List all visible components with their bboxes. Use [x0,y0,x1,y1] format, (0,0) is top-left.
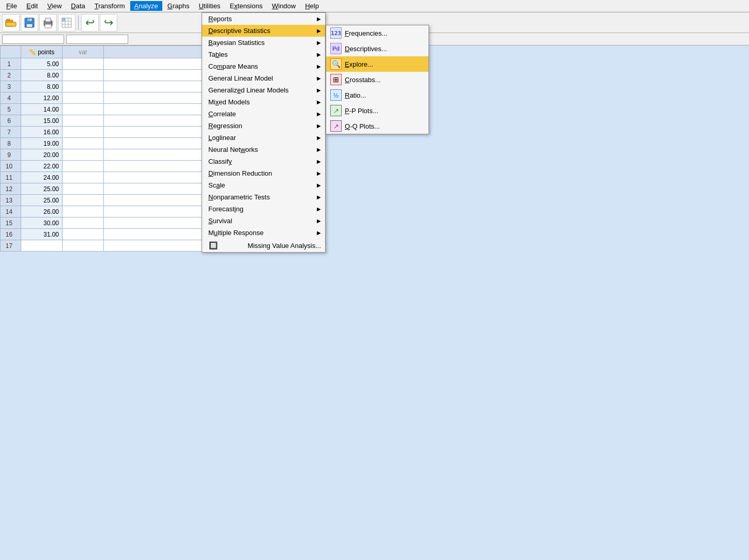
analyze-nonparametric-tests[interactable]: Nonparametric Tests ▶ [202,191,325,203]
analyze-forecasting-label: Forecasting [208,205,243,213]
analyze-compare-means[interactable]: Compare Means ▶ [202,60,325,72]
col-header-var[interactable]: var [63,46,104,58]
cell-points[interactable]: 20.00 [21,149,63,161]
cell-points[interactable]: 14.00 [21,104,63,115]
cell-points[interactable]: 5.00 [21,58,63,70]
row-number: 11 [1,172,21,183]
cell-points[interactable]: 8.00 [21,81,63,92]
analyze-dropdown: Reports ▶ Descriptive Statistics ▶ 123 F… [202,12,326,253]
cell-points[interactable]: 26.00 [21,206,63,217]
cell-var[interactable] [63,138,104,149]
analyze-mixed-models[interactable]: Mixed Models ▶ [202,96,325,108]
cell-var[interactable] [63,161,104,172]
cell-var[interactable] [63,70,104,81]
cell-points[interactable]: 24.00 [21,172,63,183]
cell-points[interactable]: 31.00 [21,229,63,240]
analyze-forecasting[interactable]: Forecasting ▶ [202,203,325,215]
menu-edit[interactable]: Edit [22,1,42,11]
menu-analyze[interactable]: Analyze [130,1,162,11]
row-header-col [1,46,21,58]
analyze-generalized-linear-models[interactable]: Generalized Linear Models ▶ [202,84,325,96]
analyze-dimension-reduction[interactable]: Dimension Reduction ▶ [202,167,325,179]
save-button[interactable] [21,14,38,32]
analyze-general-linear-label: General Linear Model [208,74,273,82]
menu-graphs[interactable]: Graphs [163,1,194,11]
cell-var[interactable] [63,206,104,217]
analyze-regression[interactable]: Regression ▶ [202,120,325,132]
analyze-descriptive-stats[interactable]: Descriptive Statistics ▶ 123 Frequencies… [202,25,325,37]
redo-button[interactable]: ↪ [100,14,117,32]
print-button[interactable] [39,14,57,32]
submenu-frequencies[interactable]: 123 Frequencies... [326,25,429,41]
cell-var[interactable] [63,104,104,115]
analyze-loglinear[interactable]: Loglinear ▶ [202,132,325,144]
analyze-scale-label: Scale [208,181,225,189]
analyze-multiple-response[interactable]: Multiple Response ▶ [202,227,325,239]
variable-value-input[interactable] [66,35,128,44]
menu-extensions[interactable]: Extensions [225,1,267,11]
qq-plots-label: Q-Q Plots... [345,122,380,130]
row-number: 2 [1,70,21,81]
analyze-reports[interactable]: Reports ▶ [202,13,325,25]
variable-name-input[interactable] [2,35,64,44]
analyze-neural-networks[interactable]: Neural Networks ▶ [202,144,325,155]
cell-points[interactable]: 16.00 [21,127,63,138]
analyze-survival-arrow: ▶ [317,218,321,224]
analyze-scale[interactable]: Scale ▶ [202,179,325,191]
menu-view[interactable]: View [43,1,66,11]
menu-transform[interactable]: Transform [90,1,129,11]
cell-points[interactable]: 30.00 [21,217,63,229]
missing-value-icon: 🔲 [208,241,218,250]
menu-window[interactable]: Window [268,1,300,11]
submenu-crosstabs[interactable]: ⊞ Crosstabs... [326,72,429,87]
cell-var[interactable] [63,183,104,195]
menu-help[interactable]: Help [301,1,323,11]
row-number: 17 [1,240,21,252]
submenu-explore[interactable]: 🔍 Explore... [326,56,429,72]
cell-points[interactable]: 8.00 [21,70,63,81]
analyze-tables[interactable]: Tables ▶ [202,49,325,60]
analyze-missing-value-analysis[interactable]: 🔲 Missing Value Analysis... [202,239,325,252]
cell-points[interactable]: 25.00 [21,183,63,195]
cell-var[interactable] [63,127,104,138]
menu-utilities[interactable]: Utilities [194,1,224,11]
analyze-bayesian-label: Bayesian Statistics [208,39,265,46]
cell-var[interactable] [63,92,104,104]
cell-points[interactable]: 25.00 [21,195,63,206]
analyze-bayesian-statistics[interactable]: Bayesian Statistics ▶ [202,37,325,49]
undo-button[interactable]: ↩ [81,14,99,32]
analyze-general-linear-model[interactable]: General Linear Model ▶ [202,72,325,84]
cell-points[interactable]: 22.00 [21,161,63,172]
descriptives-icon: Pd [330,43,342,54]
cell-var[interactable] [63,81,104,92]
analyze-survival[interactable]: Survival ▶ [202,215,325,227]
cell-var[interactable] [63,229,104,240]
submenu-ratio[interactable]: ½ Ratio... [326,87,429,103]
frequencies-icon: 123 [330,27,342,39]
col-header-points[interactable]: 📏 points [21,46,63,58]
cell-var[interactable] [63,149,104,161]
cell-var[interactable] [63,172,104,183]
analyze-classify[interactable]: Classify ▶ [202,155,325,167]
menu-data[interactable]: Data [67,1,89,11]
submenu-qq-plots[interactable]: ↗ Q-Q Plots... [326,118,429,134]
data-editor-button[interactable] [58,14,75,32]
cell-points[interactable]: 12.00 [21,92,63,104]
cell-points[interactable]: 19.00 [21,138,63,149]
cell-points[interactable] [21,240,63,252]
cell-points[interactable]: 15.00 [21,115,63,127]
cell-var[interactable] [63,58,104,70]
submenu-descriptives[interactable]: Pd Descriptives... [326,41,429,56]
cell-var[interactable] [63,240,104,252]
cell-var[interactable] [63,195,104,206]
analyze-regression-label: Regression [208,122,242,130]
open-button[interactable] [2,14,20,32]
menu-file[interactable]: File [2,1,21,11]
cell-var[interactable] [63,217,104,229]
cell-var[interactable] [63,115,104,127]
analyze-scale-arrow: ▶ [317,182,321,188]
analyze-correlate[interactable]: Correlate ▶ [202,108,325,120]
row-number: 13 [1,195,21,206]
analyze-classify-arrow: ▶ [317,159,321,164]
submenu-pp-plots[interactable]: ↗ P-P Plots... [326,103,429,118]
